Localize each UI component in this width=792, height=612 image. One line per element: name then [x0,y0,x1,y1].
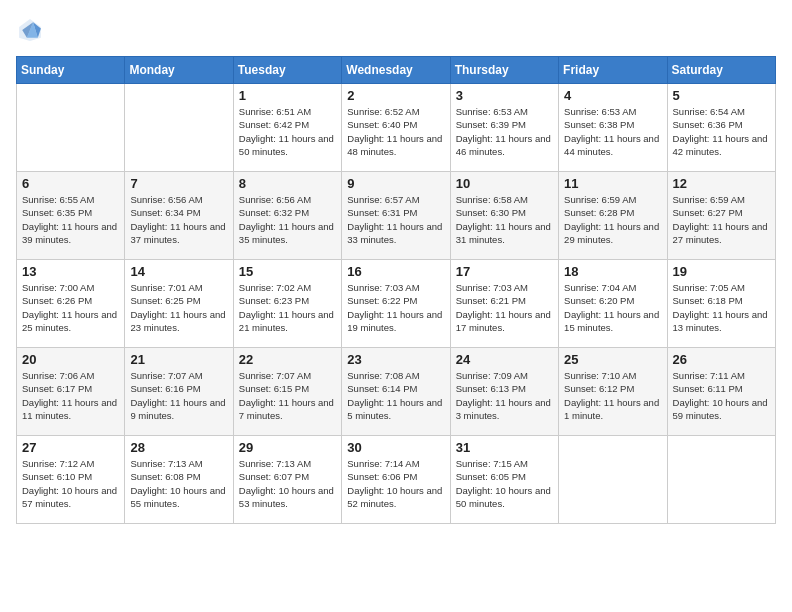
day-info: Sunrise: 7:07 AM Sunset: 6:15 PM Dayligh… [239,369,336,422]
day-header-tuesday: Tuesday [233,57,341,84]
day-number: 25 [564,352,661,367]
day-info: Sunrise: 6:57 AM Sunset: 6:31 PM Dayligh… [347,193,444,246]
day-info: Sunrise: 7:12 AM Sunset: 6:10 PM Dayligh… [22,457,119,510]
day-info: Sunrise: 6:59 AM Sunset: 6:27 PM Dayligh… [673,193,770,246]
calendar-cell: 5Sunrise: 6:54 AM Sunset: 6:36 PM Daylig… [667,84,775,172]
day-number: 14 [130,264,227,279]
day-header-thursday: Thursday [450,57,558,84]
day-header-saturday: Saturday [667,57,775,84]
day-number: 31 [456,440,553,455]
calendar-cell: 13Sunrise: 7:00 AM Sunset: 6:26 PM Dayli… [17,260,125,348]
calendar-cell: 20Sunrise: 7:06 AM Sunset: 6:17 PM Dayli… [17,348,125,436]
day-info: Sunrise: 7:15 AM Sunset: 6:05 PM Dayligh… [456,457,553,510]
calendar-cell: 31Sunrise: 7:15 AM Sunset: 6:05 PM Dayli… [450,436,558,524]
week-row-1: 1Sunrise: 6:51 AM Sunset: 6:42 PM Daylig… [17,84,776,172]
day-number: 17 [456,264,553,279]
calendar-cell: 3Sunrise: 6:53 AM Sunset: 6:39 PM Daylig… [450,84,558,172]
day-info: Sunrise: 7:00 AM Sunset: 6:26 PM Dayligh… [22,281,119,334]
calendar-cell: 29Sunrise: 7:13 AM Sunset: 6:07 PM Dayli… [233,436,341,524]
day-info: Sunrise: 7:09 AM Sunset: 6:13 PM Dayligh… [456,369,553,422]
day-number: 18 [564,264,661,279]
day-number: 10 [456,176,553,191]
day-header-sunday: Sunday [17,57,125,84]
day-info: Sunrise: 7:08 AM Sunset: 6:14 PM Dayligh… [347,369,444,422]
day-header-monday: Monday [125,57,233,84]
day-info: Sunrise: 6:53 AM Sunset: 6:39 PM Dayligh… [456,105,553,158]
day-number: 2 [347,88,444,103]
day-number: 26 [673,352,770,367]
day-number: 19 [673,264,770,279]
week-row-4: 20Sunrise: 7:06 AM Sunset: 6:17 PM Dayli… [17,348,776,436]
day-info: Sunrise: 7:06 AM Sunset: 6:17 PM Dayligh… [22,369,119,422]
day-info: Sunrise: 7:13 AM Sunset: 6:08 PM Dayligh… [130,457,227,510]
day-info: Sunrise: 6:56 AM Sunset: 6:32 PM Dayligh… [239,193,336,246]
day-number: 28 [130,440,227,455]
calendar-cell [559,436,667,524]
calendar-cell: 11Sunrise: 6:59 AM Sunset: 6:28 PM Dayli… [559,172,667,260]
calendar-cell: 7Sunrise: 6:56 AM Sunset: 6:34 PM Daylig… [125,172,233,260]
calendar-cell: 27Sunrise: 7:12 AM Sunset: 6:10 PM Dayli… [17,436,125,524]
day-info: Sunrise: 7:05 AM Sunset: 6:18 PM Dayligh… [673,281,770,334]
day-number: 20 [22,352,119,367]
day-info: Sunrise: 6:53 AM Sunset: 6:38 PM Dayligh… [564,105,661,158]
day-info: Sunrise: 7:10 AM Sunset: 6:12 PM Dayligh… [564,369,661,422]
day-number: 29 [239,440,336,455]
day-info: Sunrise: 7:13 AM Sunset: 6:07 PM Dayligh… [239,457,336,510]
day-number: 30 [347,440,444,455]
day-info: Sunrise: 7:11 AM Sunset: 6:11 PM Dayligh… [673,369,770,422]
calendar-cell: 22Sunrise: 7:07 AM Sunset: 6:15 PM Dayli… [233,348,341,436]
day-info: Sunrise: 6:54 AM Sunset: 6:36 PM Dayligh… [673,105,770,158]
calendar-cell: 16Sunrise: 7:03 AM Sunset: 6:22 PM Dayli… [342,260,450,348]
calendar-cell: 25Sunrise: 7:10 AM Sunset: 6:12 PM Dayli… [559,348,667,436]
day-header-wednesday: Wednesday [342,57,450,84]
day-number: 7 [130,176,227,191]
calendar-cell: 10Sunrise: 6:58 AM Sunset: 6:30 PM Dayli… [450,172,558,260]
day-info: Sunrise: 7:02 AM Sunset: 6:23 PM Dayligh… [239,281,336,334]
day-number: 24 [456,352,553,367]
calendar-cell: 26Sunrise: 7:11 AM Sunset: 6:11 PM Dayli… [667,348,775,436]
calendar-cell: 19Sunrise: 7:05 AM Sunset: 6:18 PM Dayli… [667,260,775,348]
page-header [16,16,776,44]
calendar-cell: 4Sunrise: 6:53 AM Sunset: 6:38 PM Daylig… [559,84,667,172]
calendar-cell: 8Sunrise: 6:56 AM Sunset: 6:32 PM Daylig… [233,172,341,260]
calendar-cell: 24Sunrise: 7:09 AM Sunset: 6:13 PM Dayli… [450,348,558,436]
day-number: 21 [130,352,227,367]
calendar-cell: 23Sunrise: 7:08 AM Sunset: 6:14 PM Dayli… [342,348,450,436]
week-row-2: 6Sunrise: 6:55 AM Sunset: 6:35 PM Daylig… [17,172,776,260]
day-header-friday: Friday [559,57,667,84]
day-number: 22 [239,352,336,367]
calendar-table: SundayMondayTuesdayWednesdayThursdayFrid… [16,56,776,524]
day-number: 23 [347,352,444,367]
day-number: 12 [673,176,770,191]
calendar-cell: 12Sunrise: 6:59 AM Sunset: 6:27 PM Dayli… [667,172,775,260]
day-number: 3 [456,88,553,103]
day-info: Sunrise: 7:14 AM Sunset: 6:06 PM Dayligh… [347,457,444,510]
days-header-row: SundayMondayTuesdayWednesdayThursdayFrid… [17,57,776,84]
day-number: 1 [239,88,336,103]
calendar-cell: 1Sunrise: 6:51 AM Sunset: 6:42 PM Daylig… [233,84,341,172]
day-number: 9 [347,176,444,191]
day-info: Sunrise: 6:56 AM Sunset: 6:34 PM Dayligh… [130,193,227,246]
calendar-cell: 28Sunrise: 7:13 AM Sunset: 6:08 PM Dayli… [125,436,233,524]
logo [16,16,48,44]
day-info: Sunrise: 6:51 AM Sunset: 6:42 PM Dayligh… [239,105,336,158]
day-info: Sunrise: 7:03 AM Sunset: 6:21 PM Dayligh… [456,281,553,334]
day-number: 11 [564,176,661,191]
calendar-cell: 2Sunrise: 6:52 AM Sunset: 6:40 PM Daylig… [342,84,450,172]
day-number: 6 [22,176,119,191]
day-number: 16 [347,264,444,279]
calendar-cell [17,84,125,172]
day-info: Sunrise: 7:07 AM Sunset: 6:16 PM Dayligh… [130,369,227,422]
day-info: Sunrise: 6:55 AM Sunset: 6:35 PM Dayligh… [22,193,119,246]
logo-icon [16,16,44,44]
day-number: 5 [673,88,770,103]
day-number: 13 [22,264,119,279]
day-number: 8 [239,176,336,191]
day-info: Sunrise: 6:59 AM Sunset: 6:28 PM Dayligh… [564,193,661,246]
calendar-cell: 9Sunrise: 6:57 AM Sunset: 6:31 PM Daylig… [342,172,450,260]
week-row-3: 13Sunrise: 7:00 AM Sunset: 6:26 PM Dayli… [17,260,776,348]
week-row-5: 27Sunrise: 7:12 AM Sunset: 6:10 PM Dayli… [17,436,776,524]
calendar-cell [667,436,775,524]
calendar-cell: 6Sunrise: 6:55 AM Sunset: 6:35 PM Daylig… [17,172,125,260]
day-info: Sunrise: 7:03 AM Sunset: 6:22 PM Dayligh… [347,281,444,334]
